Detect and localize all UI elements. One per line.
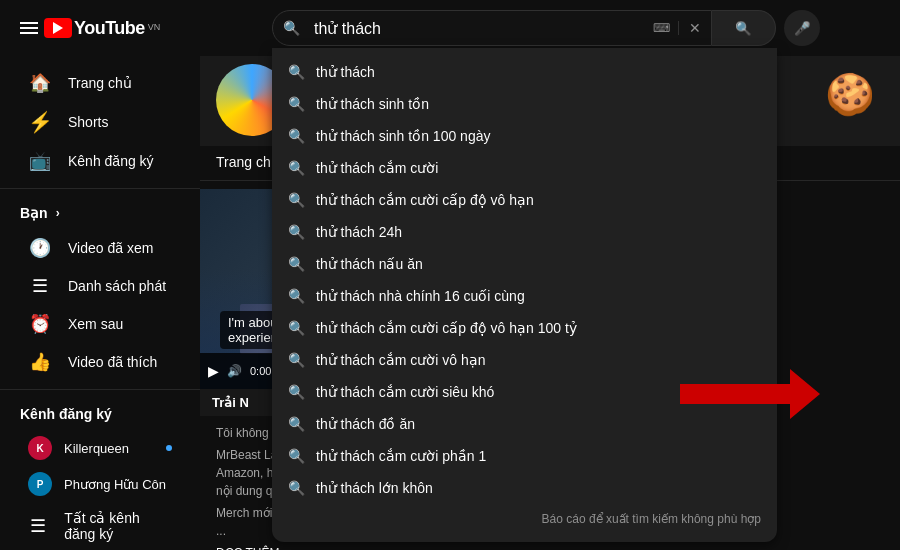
sidebar-label-home: Trang chủ	[68, 75, 132, 91]
autocomplete-footer[interactable]: Báo cáo để xuất tìm kiếm không phù hợp	[272, 504, 777, 534]
youtube-logo-icon	[44, 18, 72, 38]
autocomplete-text-1: thử thách sinh tồn	[316, 96, 429, 112]
autocomplete-text-11: thử thách đồ ăn	[316, 416, 415, 432]
sidebar-label-playlists: Danh sách phát	[68, 278, 166, 294]
autocomplete-text-3: thử thách cắm cười	[316, 160, 438, 176]
search-container: 🔍 ⌨ ✕	[272, 10, 712, 46]
autocomplete-item[interactable]: 🔍 thử thách nhà chính 16 cuối cùng	[272, 280, 777, 312]
autocomplete-search-icon-0: 🔍	[288, 64, 304, 80]
search-btn-icon: 🔍	[735, 21, 752, 36]
search-clear-icon[interactable]: ✕	[679, 20, 711, 36]
channel-name-phuong: Phương Hữu Côn	[64, 477, 166, 492]
mic-button[interactable]: 🎤	[784, 10, 820, 46]
autocomplete-search-icon-11: 🔍	[288, 416, 304, 432]
autocomplete-text-13: thử thách lớn khôn	[316, 480, 433, 496]
autocomplete-item[interactable]: 🔍 thử thách lớn khôn	[272, 472, 777, 504]
autocomplete-search-icon-3: 🔍	[288, 160, 304, 176]
autocomplete-text-2: thử thách sinh tồn 100 ngày	[316, 128, 490, 144]
autocomplete-text-4: thử thách cắm cười cấp độ vô hạn	[316, 192, 534, 208]
sidebar-item-subscriptions[interactable]: 📺 Kênh đăng ký	[8, 142, 192, 180]
sidebar-item-all-channels[interactable]: ☰ Tất cả kênh đăng ký	[8, 502, 192, 550]
sidebar-label-shorts: Shorts	[68, 114, 108, 130]
playlist-icon: ☰	[28, 275, 52, 297]
sidebar-item-history[interactable]: 🕐 Video đã xem	[8, 229, 192, 267]
sidebar-label-subscriptions: Kênh đăng ký	[68, 153, 154, 169]
autocomplete-text-0: thử thách	[316, 64, 375, 80]
sidebar-item-shorts[interactable]: ⚡ Shorts	[8, 102, 192, 142]
autocomplete-search-icon-7: 🔍	[288, 288, 304, 304]
sidebar-divider-2	[0, 389, 200, 390]
header-left: YouTube VN	[16, 16, 196, 40]
logo-vn: VN	[148, 22, 161, 32]
autocomplete-search-icon-2: 🔍	[288, 128, 304, 144]
autocomplete-item[interactable]: 🔍 thử thách sinh tồn 100 ngày	[272, 120, 777, 152]
red-arrow	[680, 369, 820, 423]
autocomplete-search-icon-10: 🔍	[288, 384, 304, 400]
hamburger-menu[interactable]	[16, 16, 40, 40]
sidebar-label-history: Video đã xem	[68, 240, 153, 256]
search-area: 🔍 ⌨ ✕ 🔍 🎤 🔍 thử thách 🔍 thử thách sin	[208, 10, 884, 46]
logo-text: YouTube	[74, 18, 145, 39]
sidebar-channel-killerqueen[interactable]: K Killerqueen	[8, 430, 192, 466]
sidebar-section-channels[interactable]: Kênh đăng ký	[0, 398, 200, 430]
shorts-icon: ⚡	[28, 110, 52, 134]
autocomplete-search-icon-12: 🔍	[288, 448, 304, 464]
sidebar-label-watchlater: Xem sau	[68, 316, 123, 332]
autocomplete-item[interactable]: 🔍 thử thách sinh tồn	[272, 88, 777, 120]
avatar-killerqueen: K	[28, 436, 52, 460]
all-channels-icon: ☰	[28, 515, 48, 537]
autocomplete-item[interactable]: 🔍 thử thách 24h	[272, 216, 777, 248]
sidebar: 🏠 Trang chủ ⚡ Shorts 📺 Kênh đăng ký Bạn …	[0, 56, 200, 550]
autocomplete-item[interactable]: 🔍 thử thách	[272, 56, 777, 88]
channel-tab-home-label: Trang chủ	[216, 154, 280, 170]
sidebar-divider-1	[0, 188, 200, 189]
autocomplete-text-5: thử thách 24h	[316, 224, 402, 240]
avatar-phuong: P	[28, 472, 52, 496]
autocomplete-text-6: thử thách nấu ăn	[316, 256, 423, 272]
autocomplete-search-icon-1: 🔍	[288, 96, 304, 112]
keyboard-icon[interactable]: ⌨	[645, 21, 679, 35]
autocomplete-item[interactable]: 🔍 thử thách cắm cười cấp độ vô hạn	[272, 184, 777, 216]
autocomplete-text-9: thử thách cắm cười vô hạn	[316, 352, 486, 368]
logo-area[interactable]: YouTube VN	[44, 18, 160, 39]
history-icon: 🕐	[28, 237, 52, 259]
header: YouTube VN 🔍 ⌨ ✕ 🔍 🎤 🔍 thử thách	[0, 0, 900, 56]
autocomplete-search-icon-13: 🔍	[288, 480, 304, 496]
play-button[interactable]: ▶	[208, 363, 219, 379]
sidebar-item-playlists[interactable]: ☰ Danh sách phát	[8, 267, 192, 305]
channel-dot-killerqueen	[166, 445, 172, 451]
autocomplete-item[interactable]: 🔍 thử thách cắm cười cấp độ vô hạn 100 t…	[272, 312, 777, 344]
volume-button[interactable]: 🔊	[227, 364, 242, 378]
svg-marker-0	[680, 369, 820, 419]
autocomplete-item[interactable]: 🔍 thử thách cắm cười	[272, 152, 777, 184]
cookie-image: 🍪	[820, 64, 880, 124]
mic-icon: 🎤	[794, 21, 811, 36]
autocomplete-dropdown: 🔍 thử thách 🔍 thử thách sinh tồn 🔍 thử t…	[272, 48, 777, 542]
sidebar-label-all-channels: Tất cả kênh đăng ký	[64, 510, 172, 542]
liked-icon: 👍	[28, 351, 52, 373]
autocomplete-search-icon-5: 🔍	[288, 224, 304, 240]
autocomplete-search-icon-4: 🔍	[288, 192, 304, 208]
autocomplete-text-12: thử thách cắm cười phần 1	[316, 448, 486, 464]
sidebar-ban-label: Bạn	[20, 205, 48, 221]
autocomplete-search-icon-9: 🔍	[288, 352, 304, 368]
sidebar-channels-label: Kênh đăng ký	[20, 406, 112, 422]
search-button[interactable]: 🔍	[712, 10, 776, 46]
sidebar-section-ban[interactable]: Bạn ›	[0, 197, 200, 229]
sidebar-item-home[interactable]: 🏠 Trang chủ	[8, 64, 192, 102]
autocomplete-footer-text: Báo cáo để xuất tìm kiếm không phù hợp	[542, 512, 761, 526]
sidebar-item-watchlater[interactable]: ⏰ Xem sau	[8, 305, 192, 343]
channel-name-killerqueen: Killerqueen	[64, 441, 129, 456]
read-more-button[interactable]: ĐỌC THÊM	[216, 544, 604, 550]
autocomplete-text-10: thử thách cắm cười siêu khó	[316, 384, 494, 400]
search-icon-left: 🔍	[273, 20, 310, 36]
autocomplete-search-icon-6: 🔍	[288, 256, 304, 272]
home-icon: 🏠	[28, 72, 52, 94]
search-input[interactable]	[310, 19, 645, 37]
sidebar-item-liked[interactable]: 👍 Video đã thích	[8, 343, 192, 381]
autocomplete-item[interactable]: 🔍 thử thách nấu ăn	[272, 248, 777, 280]
sidebar-channel-phuong[interactable]: P Phương Hữu Côn	[8, 466, 192, 502]
watchlater-icon: ⏰	[28, 313, 52, 335]
autocomplete-item[interactable]: 🔍 thử thách cắm cười phần 1	[272, 440, 777, 472]
autocomplete-search-icon-8: 🔍	[288, 320, 304, 336]
